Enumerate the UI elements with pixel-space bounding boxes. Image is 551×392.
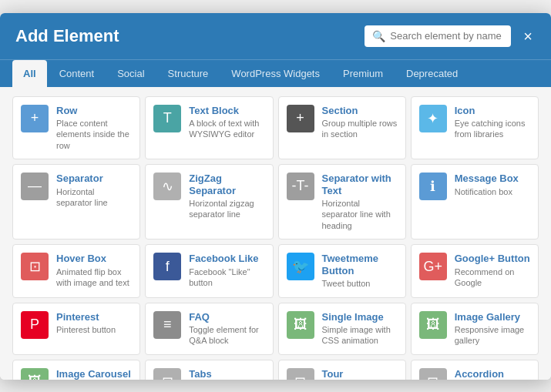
tab-all[interactable]: All [12, 60, 47, 87]
icon-info: IconEye catching icons from libraries [455, 105, 530, 140]
text_block-icon: T [153, 105, 181, 132]
element-card-accordion[interactable]: ⊟AccordionCollapsible content panels [411, 360, 539, 380]
text_block-name: Text Block [189, 105, 264, 117]
separator-icon: — [21, 173, 49, 200]
element-card-image_gallery[interactable]: 🖼Image GalleryResponsive image gallery [411, 303, 539, 355]
tabs-name: Tabs [189, 368, 264, 380]
image_gallery-name: Image Gallery [455, 311, 530, 323]
section-desc: Group multiple rows in section [322, 118, 398, 140]
gplus-desc: Recommend on Google [455, 266, 530, 289]
modal-title: Add Element [15, 26, 119, 46]
zigzag_sep-info: ZigZag SeparatorHorizontal zigzag separa… [189, 173, 264, 220]
element-card-message_box[interactable]: ℹMessage BoxNotification box [411, 164, 539, 240]
row-name: Row [56, 105, 132, 117]
tour-icon: ⊟ [287, 368, 314, 380]
tab-content[interactable]: Content [49, 60, 106, 87]
tweetmeme-name: Tweetmeme Button [322, 253, 398, 276]
text_block-info: Text BlockA block of text with WYSIWYG e… [189, 105, 264, 140]
facebook_like-icon: f [153, 253, 181, 280]
single_image-name: Single Image [322, 311, 398, 323]
tab-social[interactable]: Social [106, 60, 155, 87]
icon-name: Icon [455, 105, 530, 117]
elements-grid: +RowPlace content elements inside the ro… [0, 87, 551, 380]
element-card-tweetmeme[interactable]: 🐦Tweetmeme ButtonTweet button [278, 244, 406, 297]
element-card-pinterest[interactable]: PPinterestPinterest button [12, 303, 140, 355]
element-card-image_carousel[interactable]: 🖼Image CarouselAnimated carousel with im… [12, 360, 140, 380]
image_carousel-info: Image CarouselAnimated carousel with ima… [56, 368, 132, 380]
faq-info: FAQToggle element for Q&A block [189, 311, 264, 347]
faq-name: FAQ [189, 311, 264, 323]
image_carousel-name: Image Carousel [56, 368, 132, 380]
element-card-separator[interactable]: —SeparatorHorizontal separator line [12, 164, 140, 240]
tweetmeme-desc: Tweet button [322, 278, 398, 289]
separator-name: Separator [56, 173, 132, 185]
separator-info: SeparatorHorizontal separator line [56, 173, 132, 208]
message_box-icon: ℹ [419, 173, 447, 200]
row-info: RowPlace content elements inside the row [56, 105, 132, 151]
row-desc: Place content elements inside the row [56, 118, 132, 151]
gplus-info: Google+ ButtonRecommend on Google [455, 253, 530, 288]
element-card-sep_text[interactable]: -T-Separator with TextHorizontal separat… [278, 164, 406, 240]
icon-icon: ✦ [419, 105, 447, 132]
tab-premium[interactable]: Premium [332, 60, 394, 87]
element-card-row[interactable]: +RowPlace content elements inside the ro… [12, 96, 140, 159]
accordion-info: AccordionCollapsible content panels [455, 368, 530, 380]
tweetmeme-info: Tweetmeme ButtonTweet button [322, 253, 398, 289]
separator-desc: Horizontal separator line [56, 186, 132, 209]
element-card-hover_box[interactable]: ⊡Hover BoxAnimated flip box with image a… [12, 244, 140, 297]
sep_text-icon: -T- [287, 173, 314, 200]
add-element-modal: Add Element 🔍 × All Content Social Struc… [0, 13, 551, 380]
facebook_like-desc: Facebook "Like" button [189, 266, 264, 289]
element-card-text_block[interactable]: TText BlockA block of text with WYSIWYG … [145, 96, 273, 159]
gplus-icon: G+ [419, 253, 447, 280]
pinterest-icon: P [21, 311, 49, 339]
close-button[interactable]: × [520, 27, 536, 45]
faq-desc: Toggle element for Q&A block [189, 324, 264, 347]
image_gallery-info: Image GalleryResponsive image gallery [455, 311, 530, 347]
element-card-section[interactable]: +SectionGroup multiple rows in section [278, 96, 406, 159]
image_carousel-icon: 🖼 [21, 368, 49, 380]
section-name: Section [322, 105, 398, 117]
gplus-name: Google+ Button [455, 253, 530, 265]
single_image-desc: Simple image with CSS animation [322, 324, 398, 347]
element-card-tabs[interactable]: ⊟TabsTabbed content [145, 360, 273, 380]
single_image-info: Single ImageSimple image with CSS animat… [322, 311, 398, 347]
tweetmeme-icon: 🐦 [287, 253, 314, 280]
tabs-info: TabsTabbed content [189, 368, 264, 380]
element-card-facebook_like[interactable]: fFacebook LikeFacebook "Like" button [145, 244, 273, 297]
search-input[interactable] [390, 30, 503, 42]
hover_box-desc: Animated flip box with image and text [56, 266, 132, 289]
tabs-bar: All Content Social Structure WordPress W… [0, 59, 551, 87]
tour-info: TourVertical tabbed content [322, 368, 398, 380]
accordion-name: Accordion [455, 368, 530, 380]
element-card-faq[interactable]: ≡FAQToggle element for Q&A block [145, 303, 273, 355]
zigzag_sep-name: ZigZag Separator [189, 173, 264, 196]
element-card-gplus[interactable]: G+Google+ ButtonRecommend on Google [411, 244, 539, 297]
sep_text-desc: Horizontal separator line with heading [322, 198, 398, 231]
message_box-name: Message Box [455, 173, 530, 185]
hover_box-name: Hover Box [56, 253, 132, 265]
element-card-zigzag_sep[interactable]: ∿ZigZag SeparatorHorizontal zigzag separ… [145, 164, 273, 240]
pinterest-info: PinterestPinterest button [56, 311, 132, 336]
pinterest-name: Pinterest [56, 311, 132, 323]
header-right: 🔍 × [365, 25, 536, 47]
tab-structure[interactable]: Structure [157, 60, 220, 87]
zigzag_sep-icon: ∿ [153, 173, 181, 200]
icon-desc: Eye catching icons from libraries [455, 118, 530, 140]
sep_text-name: Separator with Text [322, 173, 398, 196]
tab-wp-widgets[interactable]: WordPress Widgets [220, 60, 331, 87]
row-icon: + [21, 105, 49, 132]
modal-header: Add Element 🔍 × [0, 13, 551, 59]
facebook_like-name: Facebook Like [189, 253, 264, 265]
tabs-icon: ⊟ [153, 368, 181, 380]
pinterest-desc: Pinterest button [56, 324, 132, 335]
faq-icon: ≡ [153, 311, 181, 339]
facebook_like-info: Facebook LikeFacebook "Like" button [189, 253, 264, 288]
hover_box-icon: ⊡ [21, 253, 49, 280]
element-card-icon[interactable]: ✦IconEye catching icons from libraries [411, 96, 539, 159]
search-box: 🔍 [365, 25, 511, 47]
element-card-tour[interactable]: ⊟TourVertical tabbed content [278, 360, 406, 380]
tab-deprecated[interactable]: Deprecated [395, 60, 469, 87]
element-card-single_image[interactable]: 🖼Single ImageSimple image with CSS anima… [278, 303, 406, 355]
zigzag_sep-desc: Horizontal zigzag separator line [189, 198, 264, 220]
